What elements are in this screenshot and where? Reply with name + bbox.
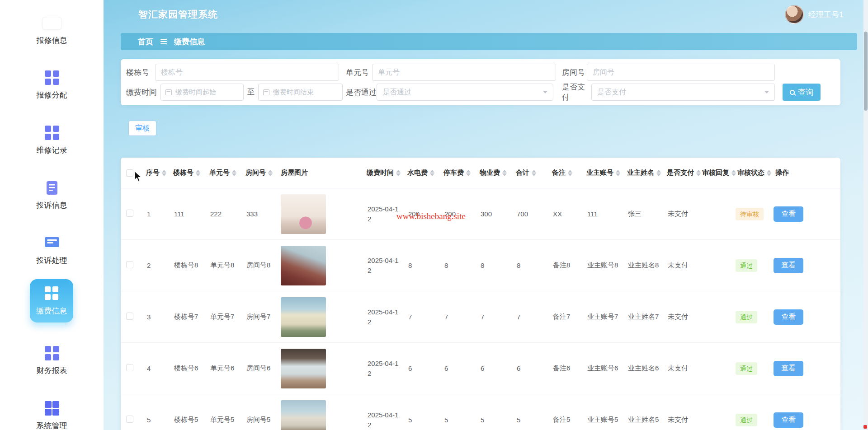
pay-time-label: 缴费时间	[126, 87, 160, 98]
sort-icon[interactable]	[430, 170, 434, 176]
col-remark[interactable]: 备注	[547, 168, 581, 177]
unit-input[interactable]	[372, 64, 556, 81]
status-badge: 通过	[736, 311, 757, 323]
user-name[interactable]: 经理工号1	[808, 9, 843, 20]
col-photo: 房屋图片	[275, 168, 361, 177]
col-action: 操作	[770, 168, 840, 177]
col-pay-time[interactable]: 缴费时间	[361, 168, 402, 177]
vertical-scrollbar[interactable]	[863, 0, 868, 430]
sort-icon[interactable]	[196, 170, 200, 176]
red-dot	[863, 425, 867, 429]
cell-owner-account: 业主账号7	[581, 313, 622, 321]
sort-icon[interactable]	[532, 170, 536, 176]
cell-pay-time: 2025-04-12	[361, 256, 402, 276]
col-seq[interactable]: 序号	[141, 168, 168, 177]
sidebar-item-repair-assign[interactable]: 报修分配	[0, 70, 104, 100]
sidebar-item-complaint-info[interactable]: 投诉信息	[0, 180, 104, 210]
sidebar: 报修信息 报修分配 维修记录 投诉信息 投诉处理 缴费信息 财务报表	[0, 0, 104, 430]
row-checkbox[interactable]	[126, 313, 133, 320]
chevron-down-icon	[543, 91, 547, 96]
sidebar-item-label: 系统管理	[37, 421, 67, 430]
house-photo[interactable]	[281, 297, 326, 337]
cell-room: 房间号7	[240, 313, 275, 321]
col-parking[interactable]: 停车费	[438, 168, 474, 177]
col-unit[interactable]: 单元号	[204, 168, 240, 177]
sort-icon[interactable]	[502, 170, 507, 176]
house-photo[interactable]	[281, 349, 326, 388]
sort-icon[interactable]	[616, 170, 620, 176]
house-photo[interactable]	[281, 246, 326, 285]
view-button[interactable]: 查看	[774, 309, 803, 325]
sort-icon[interactable]	[568, 170, 572, 176]
user-menu[interactable]: 经理工号1	[785, 5, 843, 24]
cell-remark: 备注5	[547, 416, 581, 424]
scrollbar-thumb[interactable]	[864, 32, 868, 111]
sort-icon[interactable]	[396, 170, 401, 176]
view-button[interactable]: 查看	[774, 206, 803, 222]
col-total[interactable]: 合计	[510, 168, 547, 177]
sidebar-item-complaint-handle[interactable]: 投诉处理	[0, 235, 104, 266]
building-input[interactable]	[155, 64, 339, 81]
col-room[interactable]: 房间号	[240, 168, 275, 177]
pay-time-start-input[interactable]: 缴费时间起始	[160, 84, 244, 101]
col-status[interactable]: 审核状态	[732, 168, 770, 177]
view-button[interactable]: 查看	[774, 258, 803, 273]
sidebar-item-repair-info[interactable]: 报修信息	[0, 15, 104, 46]
cell-pay-time: 2025-04-12	[361, 307, 402, 327]
calendar-icon	[165, 89, 172, 95]
room-input[interactable]	[587, 64, 775, 81]
sidebar-item-finance-report[interactable]: 财务报表	[0, 345, 104, 376]
cell-owner-name: 张三	[622, 210, 661, 218]
house-photo[interactable]	[281, 400, 326, 430]
sidebar-item-label: 报修信息	[37, 35, 67, 46]
col-water[interactable]: 水电费	[402, 168, 438, 177]
cell-water: 8	[402, 262, 438, 269]
sidebar-item-system-manage[interactable]: 系统管理	[0, 400, 104, 430]
row-checkbox[interactable]	[126, 364, 133, 371]
cell-room: 房间号8	[240, 261, 275, 270]
cell-total: 7	[510, 313, 547, 321]
repair-info-icon	[42, 15, 61, 31]
select-all-checkbox[interactable]	[126, 169, 133, 177]
pay-time-end-input[interactable]: 缴费时间结束	[258, 84, 343, 101]
app-title: 智汇家园管理系统	[138, 8, 218, 21]
row-checkbox[interactable]	[126, 261, 133, 268]
cell-parking: 6	[438, 365, 474, 372]
search-icon	[790, 90, 795, 95]
sort-icon[interactable]	[656, 170, 661, 176]
avatar[interactable]	[785, 5, 804, 24]
cell-water: 5	[402, 416, 438, 424]
row-checkbox[interactable]	[126, 210, 133, 217]
approved-select[interactable]: 是否通过	[377, 84, 553, 101]
filter-panel: 楼栋号 单元号 房间号 缴费时间 缴费时间起始 至 缴费时间结束 是否通过 是否…	[121, 59, 840, 105]
col-property[interactable]: 物业费	[474, 168, 510, 177]
sidebar-item-payment-info-active[interactable]: 缴费信息	[30, 279, 73, 322]
breadcrumb: 首页 缴费信息	[121, 33, 857, 50]
col-paid[interactable]: 是否支付	[661, 168, 697, 177]
col-reply[interactable]: 审核回复	[697, 168, 732, 177]
sort-icon[interactable]	[162, 170, 166, 176]
sort-icon[interactable]	[232, 170, 236, 176]
table-row: 2 楼栋号8 单元号8 房间号8 2025-04-12 8 8 8 8 备注8 …	[121, 240, 840, 291]
col-building[interactable]: 楼栋号	[168, 168, 204, 177]
mouse-cursor	[134, 171, 142, 182]
cell-parking: 5	[438, 416, 474, 424]
cell-water: 6	[402, 365, 438, 372]
col-owner-account[interactable]: 业主账号	[581, 168, 622, 177]
view-button[interactable]: 查看	[774, 361, 803, 376]
sort-icon[interactable]	[268, 170, 273, 176]
cell-paid: 未支付	[661, 261, 697, 270]
house-photo[interactable]	[281, 194, 326, 234]
sidebar-item-repair-record[interactable]: 维修记录	[0, 125, 104, 155]
col-owner-name[interactable]: 业主姓名	[622, 168, 661, 177]
breadcrumb-home[interactable]: 首页	[138, 37, 153, 47]
sort-icon[interactable]	[466, 170, 471, 176]
audit-button[interactable]: 审核	[128, 121, 156, 136]
paid-select[interactable]: 是否支付	[591, 84, 775, 101]
status-badge: 通过	[736, 362, 757, 375]
cell-total: 700	[510, 210, 547, 218]
search-button[interactable]: 查询	[783, 84, 821, 101]
row-checkbox[interactable]	[126, 416, 133, 423]
cell-building: 楼栋号6	[168, 364, 204, 373]
view-button[interactable]: 查看	[774, 412, 803, 428]
